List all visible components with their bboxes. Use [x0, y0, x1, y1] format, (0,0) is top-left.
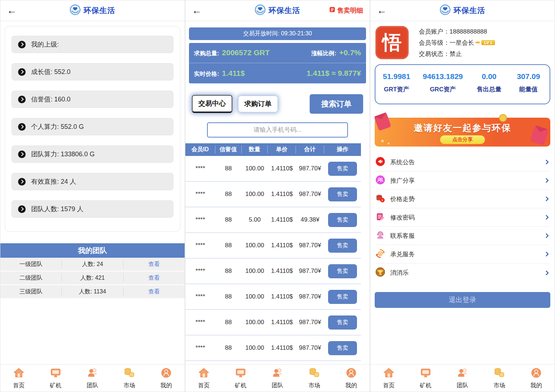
sell-button[interactable]: 售卖 — [328, 162, 357, 176]
nav-tab-team[interactable]: 团队 — [444, 365, 481, 392]
crown-icon — [475, 39, 480, 46]
view-link[interactable]: 查看 — [124, 274, 185, 282]
sell-button[interactable]: 售卖 — [328, 213, 357, 227]
nav-label: 团队 — [272, 382, 283, 389]
nav-tab-market[interactable]: 市场 — [296, 365, 333, 392]
avatar: 悟 — [375, 26, 409, 59]
col-unit-price: 单价 — [268, 146, 296, 153]
live-price-label: 实时价格: — [194, 70, 219, 78]
nav-label: 首页 — [198, 382, 210, 389]
view-link[interactable]: 查看 — [124, 288, 185, 296]
profile-appbar: ← 环保生活 — [370, 0, 555, 21]
nav-tab-miner[interactable]: 矿机 — [37, 365, 74, 392]
asset-value: 0.00 — [469, 72, 509, 81]
share-button[interactable]: 点击分享 — [440, 135, 485, 144]
nav-tab-home[interactable]: 首页 — [185, 365, 222, 392]
menu-item-price-trend[interactable]: ¥ 价格走势 — [375, 190, 550, 208]
user-block: 悟 会员账户：18888888888 会员等级：一星会长 LV 1 交易状态：禁… — [370, 21, 555, 61]
chevron-right-icon — [544, 270, 549, 275]
nav-tab-market[interactable]: 市场 — [111, 365, 148, 392]
table-row: ****88100.001.4110$987.70¥售卖 — [185, 310, 361, 335]
live-price-value: 1.411$ — [222, 69, 245, 78]
app-title: 环保生活 — [83, 5, 115, 16]
cell-price: 1.4110$ — [268, 242, 296, 249]
decor-dot — [381, 140, 384, 142]
phone-search-input[interactable] — [207, 122, 348, 138]
monitor-icon — [420, 367, 431, 380]
menu-label: 消消乐 — [390, 269, 539, 277]
nav-tab-market[interactable]: 市场 — [481, 365, 518, 392]
tab-buy-orders[interactable]: 求购订单 — [238, 96, 278, 112]
stat-row-team-size: 团队人数: 1579 人 — [12, 200, 173, 218]
menu-label: 修改密码 — [390, 213, 539, 222]
sell-button[interactable]: 售卖 — [328, 341, 357, 355]
back-button[interactable]: ← — [7, 6, 17, 16]
menu-item-share[interactable]: 推广分享 — [375, 171, 550, 190]
app-title: 环保生活 — [453, 5, 485, 16]
back-button[interactable]: ← — [377, 6, 387, 16]
cell-qty: 100.00 — [242, 267, 268, 275]
asset-value: 51.9981 — [377, 72, 416, 81]
cell-member-id: **** — [185, 216, 215, 223]
sell-button[interactable]: 售卖 — [328, 239, 357, 253]
nav-tab-home[interactable]: 首页 — [370, 365, 407, 392]
cell-total: 987.70¥ — [296, 293, 324, 300]
search-orders-button[interactable]: 搜索订单 — [310, 94, 363, 114]
sell-details-link[interactable]: 售卖明细 — [329, 6, 363, 15]
sell-button[interactable]: 售卖 — [328, 315, 357, 330]
nav-tab-profile[interactable]: 我的 — [518, 365, 555, 392]
nav-tab-profile[interactable]: 我的 — [148, 365, 185, 392]
game-icon — [375, 267, 385, 278]
cell-price: 1.4110$ — [268, 319, 296, 326]
tab-trade-center[interactable]: 交易中心 — [192, 95, 232, 113]
nav-tab-profile[interactable]: 我的 — [333, 365, 370, 392]
nav-label: 市场 — [494, 382, 505, 389]
nav-label: 矿机 — [235, 382, 246, 389]
nav-tab-miner[interactable]: 矿机 — [222, 365, 259, 392]
sell-button[interactable]: 售卖 — [328, 264, 357, 278]
price-trend-icon: ¥ — [375, 193, 385, 205]
orders-table: 会员ID 信誉值 数量 单价 合计 操作 ****88100.001.4110$… — [185, 143, 361, 379]
invite-banner[interactable]: 邀请好友一起参与环保 点击分享 — [375, 118, 550, 147]
team-count: 人数: 421 — [62, 274, 123, 282]
menu-item-change-password[interactable]: 修改密码 — [375, 208, 550, 227]
cell-qty: 100.00 — [242, 165, 268, 172]
brand: 环保生活 — [440, 4, 485, 17]
decor-dot — [388, 143, 390, 144]
back-button[interactable]: ← — [192, 6, 202, 16]
menu-item-exchange-service[interactable]: ¥ 承兑服务 — [375, 245, 550, 263]
cell-total: 987.70¥ — [296, 191, 324, 198]
cell-credit: 88 — [215, 267, 242, 275]
team-screen: ← 环保生活 我的上级: 成长值: 552.0 信誉值: 160.0 个人算力:… — [0, 0, 185, 392]
chevron-circle-icon — [18, 41, 26, 48]
sell-button[interactable]: 售卖 — [328, 187, 357, 201]
table-row: 三级团队 人数: 1134 查看 — [0, 285, 185, 299]
nav-label: 我的 — [160, 382, 172, 389]
team-level: 三级团队 — [0, 287, 62, 296]
asset-label: GRT资产 — [377, 85, 416, 93]
team-level: 一级团队 — [0, 260, 62, 269]
password-icon — [375, 212, 385, 223]
logout-button[interactable]: 退出登录 — [375, 292, 550, 308]
team-count: 人数: 1134 — [62, 287, 123, 296]
orders-table-body: ****88100.001.4110$987.70¥售卖 ****88100.0… — [185, 156, 361, 379]
coins-icon — [494, 367, 505, 380]
level-badge: LV 1 — [481, 40, 495, 45]
home-icon — [198, 367, 210, 380]
nav-tab-miner[interactable]: 矿机 — [407, 365, 444, 392]
nav-tab-team[interactable]: 团队 — [74, 365, 111, 392]
asset-grt: 51.9981GRT资产 — [377, 72, 416, 93]
cell-price: 1.4110$ — [268, 344, 296, 352]
nav-tab-team[interactable]: 团队 — [259, 365, 296, 392]
team-table-title: 我的团队 — [0, 243, 185, 258]
menu-item-customer-service[interactable]: 联系客服 — [375, 227, 550, 245]
nav-tab-home[interactable]: 首页 — [0, 365, 37, 392]
sell-button[interactable]: 售卖 — [328, 290, 357, 304]
menu-item-game[interactable]: 消消乐 — [375, 263, 550, 282]
stat-row-personal-power: 个人算力: 552.0 G — [12, 118, 173, 135]
market-tabs: 交易中心 求购订单 搜索订单 — [192, 94, 363, 114]
view-link[interactable]: 查看 — [124, 261, 185, 268]
stat-text: 信誉值: 160.0 — [31, 95, 70, 104]
cell-credit: 88 — [215, 191, 242, 198]
menu-item-announcements[interactable]: 系统公告 — [375, 153, 550, 171]
